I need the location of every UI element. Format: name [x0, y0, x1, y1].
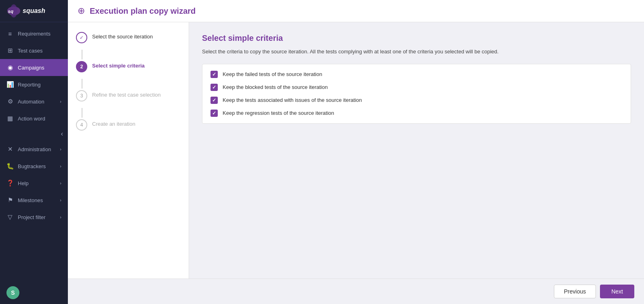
chevron-right-icon: ›: [60, 215, 61, 220]
step-2-label: Select simple criteria: [92, 61, 145, 69]
help-icon: ❓: [6, 179, 14, 187]
wizard-step-1: ✓ Select the source iteration: [76, 32, 181, 43]
page-title: Execution plan copy wizard: [90, 6, 196, 16]
requirements-icon: ≡: [6, 30, 14, 37]
sidebar-item-label: Help: [18, 180, 29, 186]
sidebar-item-milestones[interactable]: ⚑ Milestones ›: [0, 192, 68, 209]
criteria-item-2: Keep the blocked tests of the source ite…: [210, 84, 623, 91]
sidebar-item-label: Milestones: [18, 197, 43, 203]
step-3-label: Refine the test case selection: [92, 90, 161, 98]
sidebar-item-test-cases[interactable]: ⊞ Test cases: [0, 42, 68, 59]
sidebar-item-administration[interactable]: ✕ Administration ›: [0, 141, 68, 158]
wizard-step-3: 3 Refine the test case selection: [76, 90, 181, 101]
sidebar-item-reporting[interactable]: 📊 Reporting: [0, 76, 68, 93]
campaigns-icon: ◉: [6, 64, 14, 71]
sidebar-item-label: Project filter: [18, 214, 46, 220]
criteria-item-1: Keep the failed tests of the source iter…: [210, 71, 623, 78]
wizard-steps-panel: ✓ Select the source iteration 2 Select s…: [68, 22, 189, 279]
project-filter-icon: ▽: [6, 213, 14, 221]
sidebar-item-label: Administration: [18, 146, 51, 152]
milestones-icon: ⚑: [6, 196, 14, 204]
bugtrackers-icon: 🐛: [6, 163, 14, 170]
next-button[interactable]: Next: [600, 285, 634, 298]
previous-button[interactable]: Previous: [554, 285, 596, 298]
checkbox-failed[interactable]: [210, 71, 218, 78]
section-title: Select simple criteria: [202, 34, 631, 43]
section-description: Select the criteria to copy the source i…: [202, 48, 631, 56]
chevron-right-icon: ›: [60, 198, 61, 203]
step-4-label: Create an iteration: [92, 119, 135, 127]
step-3-circle: 3: [76, 90, 87, 101]
sidebar-item-project-filter[interactable]: ▽ Project filter ›: [0, 209, 68, 226]
criteria-item-3: Keep the tests associated with issues of…: [210, 97, 623, 104]
sidebar-item-label: Campaigns: [18, 65, 44, 71]
chevron-right-icon: ›: [60, 99, 61, 104]
user-initial: S: [11, 289, 15, 296]
wizard-step-2: 2 Select simple criteria: [76, 61, 181, 72]
wizard-step-4: 4 Create an iteration: [76, 119, 181, 131]
logo-text: squash: [23, 7, 45, 15]
user-avatar[interactable]: S: [6, 286, 19, 299]
step-connector-3: [82, 108, 82, 118]
criteria-label-2: Keep the blocked tests of the source ite…: [223, 84, 328, 90]
criteria-box: Keep the failed tests of the source iter…: [202, 64, 631, 124]
sidebar-item-requirements[interactable]: ≡ Requirements: [0, 25, 68, 42]
sidebar-item-label: Test cases: [18, 48, 42, 54]
automation-icon: ⚙: [6, 98, 14, 105]
chevron-right-icon: ›: [60, 164, 61, 169]
step-1-circle: ✓: [76, 32, 87, 43]
svg-text:sq: sq: [8, 8, 14, 14]
action-word-icon: ▦: [6, 115, 14, 122]
sidebar-item-help[interactable]: ❓ Help ›: [0, 175, 68, 192]
sidebar-item-label: Requirements: [18, 31, 51, 37]
step-connector-1: [82, 50, 82, 59]
chevron-right-icon: ›: [60, 147, 61, 152]
step-2-circle: 2: [76, 61, 87, 72]
criteria-label-1: Keep the failed tests of the source iter…: [223, 71, 322, 77]
sidebar-bottom: S: [0, 281, 68, 304]
step-4-circle: 4: [76, 119, 87, 131]
checkbox-blocked[interactable]: [210, 84, 218, 91]
back-button[interactable]: ⊕: [78, 6, 85, 16]
header: ⊕ Execution plan copy wizard: [68, 0, 644, 22]
chevron-right-icon: ›: [60, 181, 61, 186]
sidebar-item-label: Bugtrackers: [18, 163, 46, 169]
sidebar-item-automation[interactable]: ⚙ Automation ›: [0, 93, 68, 110]
reporting-icon: 📊: [6, 81, 14, 88]
sidebar-item-label: Reporting: [18, 82, 40, 88]
sidebar-item-bugtrackers[interactable]: 🐛 Bugtrackers ›: [0, 158, 68, 175]
checkbox-issues[interactable]: [210, 97, 218, 104]
sidebar-item-label: Action word: [18, 116, 45, 122]
content-area: ✓ Select the source iteration 2 Select s…: [68, 22, 644, 279]
sidebar-nav: ≡ Requirements ⊞ Test cases ◉ Campaigns …: [0, 22, 68, 281]
step-1-label: Select the source iteration: [92, 32, 153, 40]
test-cases-icon: ⊞: [6, 47, 14, 54]
sidebar-item-action-word[interactable]: ▦ Action word: [0, 110, 68, 127]
wizard-content-area: Select simple criteria Select the criter…: [189, 22, 644, 279]
administration-icon: ✕: [6, 146, 14, 153]
criteria-label-3: Keep the tests associated with issues of…: [223, 97, 362, 103]
sidebar: sq squash ≡ Requirements ⊞ Test cases ◉ …: [0, 0, 68, 304]
sidebar-item-label: Automation: [18, 99, 44, 105]
criteria-label-4: Keep the regression tests of the source …: [223, 110, 334, 116]
collapse-icon: ‹: [61, 130, 63, 137]
logo: sq squash: [0, 0, 68, 22]
footer: Previous Next: [68, 279, 644, 304]
checkbox-regression[interactable]: [210, 110, 218, 117]
criteria-item-4: Keep the regression tests of the source …: [210, 110, 623, 117]
main-area: ⊕ Execution plan copy wizard ✓ Select th…: [68, 0, 644, 304]
collapse-button[interactable]: ‹: [0, 127, 68, 141]
step-connector-2: [82, 79, 82, 89]
sidebar-item-campaigns[interactable]: ◉ Campaigns: [0, 59, 68, 76]
